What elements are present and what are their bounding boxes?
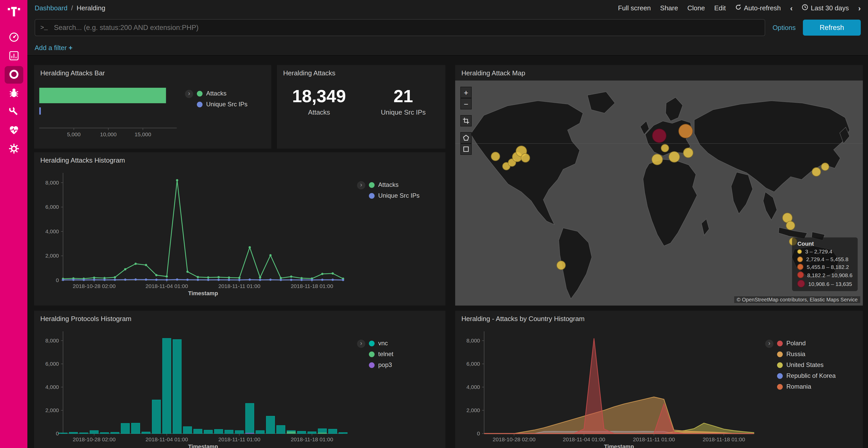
zoom-out-button[interactable]: − [460, 98, 472, 109]
svg-text:2018-11-04 01:00: 2018-11-04 01:00 [146, 436, 188, 442]
legend-dot [197, 91, 203, 96]
metric-label: Attacks [277, 108, 361, 116]
full-screen-button[interactable]: Full screen [618, 4, 651, 12]
top-nav: Dashboard / Heralding Full screen Share … [27, 0, 868, 15]
time-prev-button[interactable]: ‹ [790, 3, 793, 12]
svg-text:2018-11-04 01:00: 2018-11-04 01:00 [146, 283, 188, 289]
donut-icon [8, 68, 20, 81]
dashboard-grid: Heralding Attacks Bar 5,00010,00015,000 … [27, 56, 868, 448]
map-controls: + − [460, 87, 472, 155]
tpot-kibana-dashboard: Dashboard / Heralding Full screen Share … [0, 0, 868, 448]
clock-icon [802, 4, 808, 12]
map-marker[interactable] [652, 129, 666, 143]
legend-dot [777, 351, 783, 357]
legend-item-romania[interactable]: Romania [777, 383, 836, 390]
refresh-button[interactable]: Refresh [803, 20, 861, 36]
map-legend-item: 5,455.8 – 8,182.2 [798, 264, 852, 270]
sidebar-item-settings[interactable] [4, 140, 23, 158]
metric-group: 18,349 Attacks 21 Unique Src IPs [277, 77, 445, 116]
filter-bar: Add a filter + [27, 40, 868, 56]
svg-text:2018-10-28 02:00: 2018-10-28 02:00 [73, 436, 116, 442]
legend-item-attacks[interactable]: Attacks [369, 181, 420, 188]
add-filter-link[interactable]: Add a filter + [35, 44, 72, 51]
legend-dot [798, 280, 805, 287]
legend-toggle-icon[interactable]: › [357, 340, 365, 348]
sidebar-item-health[interactable] [4, 122, 23, 139]
legend-item-republic-of-korea[interactable]: Republic of Korea [777, 372, 836, 379]
chart-legend: › Attacks Unique Src IPs [185, 90, 247, 111]
refresh-cycle-icon [735, 4, 741, 12]
map-marker[interactable] [678, 124, 693, 138]
legend-dot [798, 272, 804, 278]
time-next-button[interactable]: › [858, 3, 861, 12]
legend-item-telnet[interactable]: telnet [369, 350, 394, 358]
svg-text:8,000: 8,000 [466, 338, 480, 343]
svg-text:8,000: 8,000 [45, 180, 59, 185]
map-marker[interactable] [683, 147, 693, 158]
sidebar-item-gauge[interactable] [4, 29, 23, 46]
map-marker[interactable] [556, 261, 566, 270]
metric-label: Unique Src IPs [361, 108, 445, 116]
share-button[interactable]: Share [660, 4, 678, 12]
telekom-t-logo-icon[interactable] [7, 5, 21, 20]
legend-item-vnc[interactable]: vnc [369, 340, 394, 347]
panel-title: Heralding Attack Map [455, 65, 863, 77]
rect-filter-button[interactable] [460, 143, 472, 155]
panel-heralding-protocols-histogram: Heralding Protocols Histogram 02,0004,00… [34, 311, 445, 448]
svg-text:8,000: 8,000 [45, 338, 59, 343]
edit-button[interactable]: Edit [714, 4, 726, 12]
legend-item-unique-src-ips[interactable]: Unique Src IPs [197, 101, 247, 108]
gear-icon [8, 143, 20, 156]
map-marker[interactable] [661, 144, 669, 152]
map-marker[interactable] [812, 167, 821, 176]
legend-dot [369, 193, 375, 199]
zoom-in-button[interactable]: + [460, 87, 472, 98]
svg-text:2018-11-04 01:00: 2018-11-04 01:00 [563, 436, 605, 442]
legend-toggle-icon[interactable]: › [765, 340, 773, 348]
chart-legend: › Attacks Unique Src IPs [357, 181, 420, 203]
map-marker[interactable] [669, 151, 680, 163]
svg-text:4,000: 4,000 [466, 384, 480, 390]
breadcrumb-dashboard-link[interactable]: Dashboard [35, 4, 67, 12]
legend-dot [369, 340, 375, 346]
gauge-icon [8, 31, 20, 44]
time-range-button[interactable]: Last 30 days [802, 4, 849, 12]
map-legend-item: 2,729.4 – 5,455.8 [798, 256, 852, 262]
sidebar-item-tools[interactable] [4, 103, 23, 121]
legend-item-attacks[interactable]: Attacks [197, 90, 247, 97]
legend-toggle-icon[interactable]: › [357, 181, 365, 189]
sidebar-item-charts[interactable] [4, 47, 23, 65]
legend-dot [798, 264, 804, 270]
clone-button[interactable]: Clone [687, 4, 705, 12]
legend-dot [777, 384, 783, 389]
world-map[interactable]: + − [455, 80, 863, 306]
legend-dot [369, 362, 375, 368]
polygon-filter-button[interactable] [460, 132, 472, 143]
auto-refresh-button[interactable]: Auto-refresh [735, 4, 781, 12]
svg-text:6,000: 6,000 [45, 361, 59, 367]
svg-text:2018-11-18 01:00: 2018-11-18 01:00 [291, 283, 333, 289]
legend-item-pop3[interactable]: pop3 [369, 361, 394, 369]
options-link[interactable]: Options [772, 24, 796, 32]
tpot-sidebar [0, 0, 27, 448]
legend-item-russia[interactable]: Russia [777, 350, 836, 358]
legend-toggle-icon[interactable]: › [185, 90, 193, 98]
svg-text:2,000: 2,000 [45, 253, 59, 259]
legend-item-united-states[interactable]: United States [777, 361, 836, 369]
legend-dot [197, 101, 203, 107]
svg-text:2018-10-28 02:00: 2018-10-28 02:00 [73, 283, 116, 289]
wrench-icon [8, 106, 20, 118]
sidebar-item-dashboards[interactable] [4, 66, 23, 83]
map-marker[interactable] [652, 153, 663, 165]
legend-item-unique-src-ips[interactable]: Unique Src IPs [369, 192, 420, 199]
map-marker[interactable] [521, 153, 530, 163]
map-marker[interactable] [491, 152, 500, 161]
map-marker[interactable] [821, 162, 830, 171]
fit-bounds-button[interactable] [460, 115, 472, 127]
svg-text:5,000: 5,000 [67, 131, 81, 137]
map-marker[interactable] [786, 221, 796, 230]
search-input[interactable] [53, 23, 760, 32]
protocols-histogram-chart: 02,0004,0006,0008,0002018-10-28 02:00201… [38, 324, 348, 448]
sidebar-item-honeypot[interactable] [4, 84, 23, 102]
legend-item-poland[interactable]: Poland [777, 340, 836, 347]
